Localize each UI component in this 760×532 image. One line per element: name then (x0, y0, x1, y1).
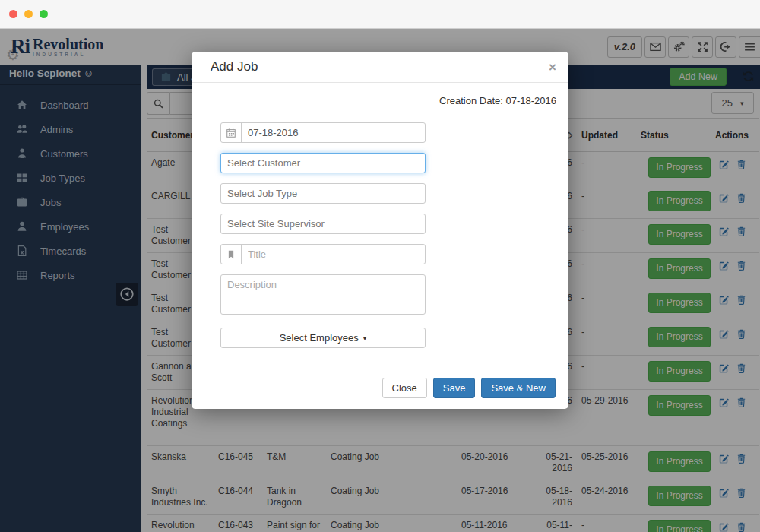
job-title-field[interactable] (220, 244, 426, 264)
window-close-button[interactable] (9, 10, 17, 18)
modal-title: Add Job (211, 59, 258, 74)
save-and-new-button[interactable]: Save & New (481, 378, 556, 398)
window-titlebar (0, 0, 760, 29)
creation-date-label: Creation Date: 07-18-2016 (220, 95, 556, 106)
modal-header: Add Job × (192, 52, 568, 83)
app-window: ⚙ Ri Revolution INDUSTRIAL v.2.0 Hello S… (0, 29, 760, 532)
modal-footer: Close Save Save & New (192, 366, 568, 409)
job-date-field[interactable] (220, 122, 426, 143)
job-date-input[interactable] (242, 123, 425, 142)
select-employees-label: Select Employees (280, 332, 359, 344)
job-title-input[interactable] (242, 245, 425, 264)
select-site-supervisor-input[interactable] (220, 214, 426, 234)
bookmark-icon (221, 245, 242, 264)
window-maximize-button[interactable] (40, 10, 48, 18)
select-customer-input[interactable] (220, 153, 426, 173)
screen: ⚙ Ri Revolution INDUSTRIAL v.2.0 Hello S… (0, 0, 760, 532)
calendar-icon (221, 123, 242, 142)
save-button[interactable]: Save (433, 378, 476, 398)
select-employees-button[interactable]: Select Employees ▾ (220, 328, 426, 348)
chevron-down-icon: ▾ (363, 334, 367, 342)
description-textarea[interactable] (220, 274, 426, 315)
close-button[interactable]: Close (382, 378, 427, 398)
add-job-modal: Add Job × Creation Date: 07-18-2016 (192, 52, 568, 409)
modal-body: Creation Date: 07-18-2016 Select Employe… (192, 83, 568, 348)
window-minimize-button[interactable] (24, 10, 33, 18)
select-job-type-input[interactable] (220, 183, 426, 204)
close-icon[interactable]: × (549, 61, 556, 74)
